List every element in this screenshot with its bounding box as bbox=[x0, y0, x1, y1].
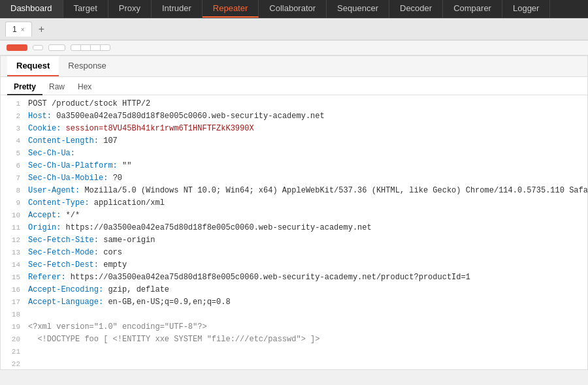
code-line: 5Sec-Ch-Ua: bbox=[1, 147, 587, 160]
nav-item-dashboard[interactable]: Dashboard bbox=[0, 0, 63, 18]
request-body[interactable]: 1POST /product/stock HTTP/22Host: 0a3500… bbox=[1, 95, 587, 369]
line-content: <?xml version="1.0" encoding="UTF-8"?> bbox=[28, 321, 207, 333]
code-line: 17Accept-Language: en-GB,en-US;q=0.9,en;… bbox=[1, 296, 587, 309]
nav-item-sequencer[interactable]: Sequencer bbox=[327, 0, 389, 18]
code-line: 20 <!DOCTYPE foo [ <!ENTITY xxe SYSTEM "… bbox=[1, 333, 587, 346]
line-number: 6 bbox=[6, 160, 20, 172]
send-button[interactable] bbox=[7, 44, 27, 51]
line-number: 7 bbox=[6, 172, 20, 185]
line-number: 18 bbox=[6, 309, 20, 321]
line-content: Sec-Ch-Ua: bbox=[28, 147, 80, 160]
code-line: 2Host: 0a3500ea042ea75d80d18f8e005c0060.… bbox=[1, 110, 587, 123]
line-number: 4 bbox=[6, 135, 20, 147]
code-line: 15Referer: https://0a3500ea042ea75d80d18… bbox=[1, 271, 587, 284]
line-number: 5 bbox=[6, 147, 20, 160]
line-content: User-Agent: Mozilla/5.0 (Windows NT 10.0… bbox=[28, 185, 587, 197]
line-number: 17 bbox=[6, 296, 20, 309]
nav-item-intruder[interactable]: Intruder bbox=[152, 0, 203, 18]
line-number: 21 bbox=[6, 346, 20, 358]
line-number: 1 bbox=[6, 98, 20, 110]
line-content: Accept: */* bbox=[28, 209, 80, 222]
line-content: Origin: https://0a3500ea042ea75d80d18f8e… bbox=[28, 222, 372, 234]
code-line: 22 bbox=[1, 358, 587, 369]
code-line: 13Sec-Fetch-Mode: cors bbox=[1, 247, 587, 259]
line-number: 19 bbox=[6, 321, 20, 333]
line-number: 20 bbox=[6, 333, 20, 346]
code-line: 4Content-Length: 107 bbox=[1, 135, 587, 147]
panel-tabs: Request Response bbox=[1, 56, 587, 77]
code-line: 9Content-Type: application/xml bbox=[1, 197, 587, 209]
code-line: 6Sec-Ch-Ua-Platform: "" bbox=[1, 160, 587, 172]
nav-item-collaborator[interactable]: Collaborator bbox=[259, 0, 327, 18]
repeater-tab[interactable]: 1× bbox=[5, 22, 32, 37]
repeater-tabs-row: 1×+ bbox=[0, 18, 588, 40]
code-line: 1POST /product/stock HTTP/2 bbox=[1, 98, 587, 110]
line-content: Referer: https://0a3500ea042ea75d80d18f8… bbox=[28, 271, 470, 284]
code-line: 3Cookie: session=t8VU45Bh41kr1rwm6T1HNFT… bbox=[1, 123, 587, 135]
prev-down-arrow[interactable] bbox=[81, 45, 91, 50]
sub-tab-hex[interactable]: Hex bbox=[71, 80, 98, 95]
sub-tab-pretty[interactable]: Pretty bbox=[7, 80, 42, 95]
code-line: 18 bbox=[1, 309, 587, 321]
line-number: 12 bbox=[6, 234, 20, 247]
line-content: Sec-Ch-Ua-Platform: "" bbox=[28, 160, 131, 172]
add-tab-button[interactable]: + bbox=[35, 22, 49, 37]
line-content: Content-Type: application/xml bbox=[28, 197, 165, 209]
line-content: Host: 0a3500ea042ea75d80d18f8e005c0060.w… bbox=[28, 110, 325, 123]
nav-item-logger[interactable]: Logger bbox=[502, 0, 550, 18]
line-number: 16 bbox=[6, 284, 20, 296]
nav-item-decoder[interactable]: Decoder bbox=[389, 0, 443, 18]
line-content: Content-Length: 107 bbox=[28, 135, 118, 147]
line-number: 11 bbox=[6, 222, 20, 234]
line-number: 9 bbox=[6, 197, 20, 209]
line-number: 8 bbox=[6, 185, 20, 197]
settings-button[interactable] bbox=[33, 45, 43, 50]
code-line: 21 bbox=[1, 346, 587, 358]
line-content: Sec-Ch-Ua-Mobile: ?0 bbox=[28, 172, 122, 185]
line-content bbox=[28, 358, 37, 369]
next-arrow[interactable] bbox=[91, 45, 101, 50]
code-line: 7Sec-Ch-Ua-Mobile: ?0 bbox=[1, 172, 587, 185]
code-line: 16Accept-Encoding: gzip, deflate bbox=[1, 284, 587, 296]
code-line: 19<?xml version="1.0" encoding="UTF-8"?> bbox=[1, 321, 587, 333]
code-line: 11Origin: https://0a3500ea042ea75d80d18f… bbox=[1, 222, 587, 234]
line-number: 15 bbox=[6, 271, 20, 284]
next-down-arrow[interactable] bbox=[101, 45, 110, 50]
code-line: 12Sec-Fetch-Site: same-origin bbox=[1, 234, 587, 247]
line-content: Cookie: session=t8VU45Bh41kr1rwm6T1HNFTF… bbox=[28, 123, 254, 135]
sub-tab-raw[interactable]: Raw bbox=[42, 80, 71, 95]
nav-item-repeater[interactable]: Repeater bbox=[203, 0, 259, 18]
line-number: 10 bbox=[6, 209, 20, 222]
sub-tabs: Pretty Raw Hex bbox=[1, 77, 587, 95]
code-line: 8User-Agent: Mozilla/5.0 (Windows NT 10.… bbox=[1, 185, 587, 197]
nav-item-target[interactable]: Target bbox=[63, 0, 108, 18]
top-navigation: DashboardTargetProxyIntruderRepeaterColl… bbox=[0, 0, 588, 18]
prev-arrow[interactable] bbox=[71, 45, 81, 50]
nav-item-comparer[interactable]: Comparer bbox=[443, 0, 502, 18]
tab-close[interactable]: × bbox=[21, 26, 25, 33]
line-number: 13 bbox=[6, 247, 20, 259]
line-content: Accept-Encoding: gzip, deflate bbox=[28, 284, 169, 296]
line-number: 2 bbox=[6, 110, 20, 123]
code-line: 14Sec-Fetch-Dest: empty bbox=[1, 259, 587, 271]
line-content: Accept-Language: en-GB,en-US;q=0.9,en;q=… bbox=[28, 296, 231, 309]
line-content: Sec-Fetch-Mode: cors bbox=[28, 247, 122, 259]
tab-response[interactable]: Response bbox=[59, 56, 116, 76]
line-content: <!DOCTYPE foo [ <!ENTITY xxe SYSTEM "fil… bbox=[28, 333, 319, 346]
line-content: Sec-Fetch-Site: same-origin bbox=[28, 234, 155, 247]
main-panel: Request Response Pretty Raw Hex 1POST /p… bbox=[0, 55, 588, 370]
nav-item-proxy[interactable]: Proxy bbox=[108, 0, 152, 18]
nav-arrows bbox=[71, 44, 110, 51]
cancel-button[interactable] bbox=[48, 44, 65, 51]
tab-label: 1 bbox=[12, 25, 17, 34]
code-line: 10Accept: */* bbox=[1, 209, 587, 222]
tab-request[interactable]: Request bbox=[7, 56, 59, 76]
line-number: 22 bbox=[6, 358, 20, 369]
line-content: Sec-Fetch-Dest: empty bbox=[28, 259, 127, 271]
toolbar bbox=[0, 40, 588, 55]
line-number: 3 bbox=[6, 123, 20, 135]
line-content: POST /product/stock HTTP/2 bbox=[28, 98, 150, 110]
line-number: 14 bbox=[6, 259, 20, 271]
